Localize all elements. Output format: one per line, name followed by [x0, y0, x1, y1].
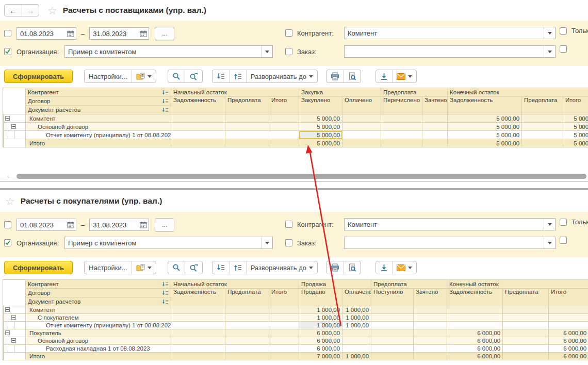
amount-cell[interactable] — [549, 314, 588, 322]
row-label-cell[interactable]: Итого — [26, 353, 171, 360]
sort-icon[interactable] — [162, 90, 169, 95]
amount-cell[interactable]: 5 000,00 — [299, 114, 342, 123]
amount-cell[interactable] — [269, 123, 299, 131]
amount-cell[interactable] — [422, 139, 448, 147]
grid-group-row[interactable]: Покупатель6 000,006 000,006 000,00 — [4, 329, 588, 337]
amount-cell[interactable] — [171, 322, 225, 329]
grid-group-row[interactable]: Основной договор6 000,006 000,006 000,00 — [4, 337, 588, 345]
row-label-cell[interactable]: Основной договор — [26, 123, 171, 131]
contragent-checkbox[interactable] — [285, 29, 292, 37]
amount-cell[interactable] — [381, 114, 422, 123]
amount-cell[interactable]: 7 000,00 — [299, 353, 342, 360]
amount-cell[interactable] — [225, 345, 269, 353]
chevron-down-icon[interactable] — [544, 219, 555, 230]
column-group-header[interactable]: Конечный остаток — [447, 280, 588, 289]
chevron-down-icon[interactable] — [261, 46, 272, 57]
scrollbar-thumb[interactable] — [17, 174, 586, 179]
amount-cell[interactable] — [342, 329, 371, 337]
column-header[interactable]: Итого — [563, 97, 588, 114]
column-header[interactable]: Зачтено — [414, 289, 447, 306]
column-group-header[interactable]: Предоплата — [371, 280, 447, 289]
sort-icon[interactable] — [162, 299, 169, 305]
amount-cell[interactable] — [225, 114, 269, 123]
amount-cell[interactable]: 6 000,00 — [549, 345, 588, 353]
column-header[interactable]: Перечислено — [381, 97, 422, 114]
amount-cell[interactable] — [414, 322, 447, 329]
expand-groups-icon[interactable] — [229, 261, 246, 274]
amount-cell[interactable] — [371, 322, 414, 329]
generate-button[interactable]: Сформировать — [4, 70, 73, 83]
row-label-cell[interactable]: Комитент — [26, 306, 171, 314]
amount-cell[interactable] — [171, 337, 225, 345]
column-header[interactable]: Контрагент — [26, 280, 171, 289]
amount-cell[interactable] — [225, 337, 269, 345]
amount-cell[interactable] — [342, 337, 371, 345]
amount-cell[interactable]: 1 000,00 — [342, 353, 371, 360]
amount-cell[interactable] — [269, 314, 299, 322]
chevron-down-icon[interactable] — [544, 27, 555, 39]
amount-cell[interactable] — [269, 322, 299, 329]
forward-button[interactable]: → — [22, 5, 39, 16]
amount-cell[interactable] — [269, 139, 299, 147]
amount-cell[interactable]: 5 000,00 — [299, 123, 342, 131]
period-checkbox[interactable] — [4, 30, 11, 37]
amount-cell[interactable] — [171, 123, 225, 131]
amount-cell[interactable] — [342, 114, 381, 123]
amount-cell[interactable] — [171, 329, 225, 337]
amount-cell[interactable] — [269, 306, 299, 314]
column-group-header[interactable]: Предоплата — [381, 88, 448, 97]
period-from-input[interactable] — [17, 221, 66, 229]
amount-cell[interactable] — [342, 139, 381, 147]
amount-cell[interactable] — [522, 131, 563, 139]
amount-cell[interactable] — [414, 337, 447, 345]
horizontal-scrollbar[interactable]: ‹ — [3, 174, 588, 179]
amount-cell[interactable] — [414, 306, 447, 314]
amount-cell[interactable] — [414, 353, 447, 360]
only-checkbox[interactable] — [560, 27, 567, 35]
amount-cell[interactable]: 1 000,00 — [342, 322, 371, 329]
chevron-down-icon[interactable] — [544, 46, 555, 57]
period-from-input[interactable] — [17, 30, 66, 38]
collapse-groups-icon[interactable] — [213, 70, 229, 82]
amount-cell[interactable]: 5 000,00 — [299, 131, 342, 139]
amount-cell[interactable] — [522, 123, 563, 131]
column-header[interactable]: Предоплата — [522, 97, 563, 114]
amount-cell[interactable] — [342, 123, 381, 131]
amount-cell[interactable] — [225, 314, 269, 322]
org-value[interactable]: Пример с комитентом — [65, 48, 261, 56]
calendar-icon[interactable] — [66, 28, 76, 39]
amount-cell[interactable] — [549, 322, 588, 329]
column-group-header[interactable]: Закупка — [299, 88, 381, 97]
amount-cell[interactable]: 1 000,00 — [342, 314, 371, 322]
period-to-input[interactable] — [90, 30, 138, 38]
amount-cell[interactable] — [503, 322, 549, 329]
amount-cell[interactable] — [269, 337, 299, 345]
expand-groups-icon[interactable] — [229, 70, 246, 82]
report-variants-button[interactable] — [132, 261, 156, 274]
amount-cell[interactable] — [522, 139, 563, 147]
settings-button[interactable]: Настройки... — [85, 70, 132, 82]
amount-cell[interactable] — [225, 131, 269, 139]
column-header[interactable]: Итого — [269, 97, 299, 114]
row-label-cell[interactable]: Отчет комитенту (принципалу) 1 от 08.08.… — [26, 131, 171, 139]
collapse-groups-icon[interactable] — [213, 261, 229, 274]
amount-cell[interactable] — [269, 329, 299, 337]
amount-cell[interactable] — [414, 314, 447, 322]
column-header[interactable]: Договор — [26, 97, 171, 106]
amount-cell[interactable] — [225, 353, 269, 360]
row-label-cell[interactable]: С покупателем — [26, 314, 171, 322]
row-label-cell[interactable]: Расходная накладная 1 от 08.08.2023 — [26, 345, 171, 353]
amount-cell[interactable]: 6 000,00 — [447, 345, 503, 353]
extra-checkbox[interactable] — [560, 45, 567, 53]
grid-group-row[interactable]: Комитент5 000,005 000,005 000,00 — [4, 114, 588, 123]
amount-cell[interactable]: 5 000,00 — [563, 114, 588, 123]
amount-cell[interactable]: 6 000,00 — [447, 337, 503, 345]
amount-cell[interactable] — [381, 139, 422, 147]
sort-icon[interactable] — [162, 290, 169, 296]
amount-cell[interactable] — [371, 337, 414, 345]
column-header[interactable]: Предоплата — [225, 97, 269, 114]
grid-group-row[interactable]: С покупателем1 000,001 000,00 — [4, 314, 588, 322]
amount-cell[interactable] — [422, 123, 448, 131]
amount-cell[interactable] — [171, 139, 225, 147]
amount-cell[interactable]: 5 000,00 — [563, 123, 588, 131]
